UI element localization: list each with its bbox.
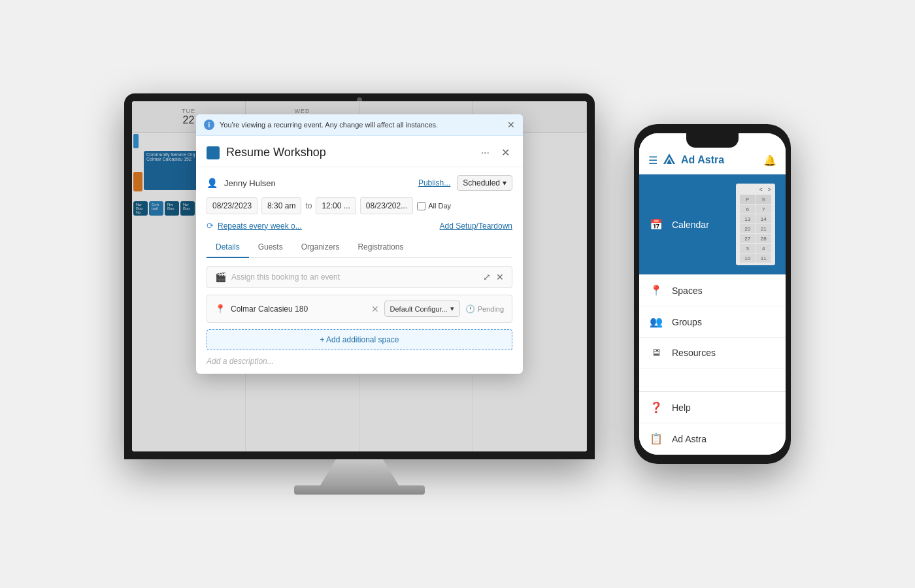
modal-overlay: i You're viewing a recurring event. Any … xyxy=(132,101,587,451)
end-date-input[interactable]: 08/23/202... xyxy=(360,197,413,214)
mini-cal-day-20[interactable]: 20 xyxy=(740,224,756,233)
tab-guests[interactable]: Guests xyxy=(249,237,292,258)
monitor-stand xyxy=(320,459,399,485)
logo-icon xyxy=(663,153,676,165)
mini-cal-day-13[interactable]: 13 xyxy=(740,214,756,223)
person-icon: 👤 xyxy=(207,178,218,188)
mini-cal-day-10[interactable]: 10 xyxy=(740,253,756,263)
pending-badge: 🕐 Pending xyxy=(465,304,504,314)
desktop-monitor: TUE 22 WED 23 xyxy=(124,93,595,495)
all-day-checkbox-row: All Day xyxy=(417,202,451,210)
phone-bottom-nav: ❓ Help 📋 Ad Astra xyxy=(639,391,786,455)
space-row: 📍 Colmar Calcasieu 180 ✕ Default Configu… xyxy=(207,295,512,323)
banner-text: You're viewing a recurring event. Any ch… xyxy=(220,121,438,129)
status-label: Scheduled xyxy=(463,178,500,188)
help-nav-label: Help xyxy=(672,402,691,413)
recurring-event-banner: i You're viewing a recurring event. Any … xyxy=(196,114,523,136)
resources-nav-label: Resources xyxy=(672,348,716,358)
mini-cal-day-7[interactable]: 7 xyxy=(756,204,772,214)
bell-icon[interactable]: 🔔 xyxy=(763,154,776,167)
monitor-base xyxy=(294,485,425,495)
calendar-nav-label: Calendar xyxy=(672,220,709,230)
end-time-input[interactable]: 12:00 ... xyxy=(316,197,356,214)
repeat-text[interactable]: Repeats every week o... xyxy=(218,221,302,231)
tab-details[interactable]: Details xyxy=(207,237,249,258)
config-label: Default Configur... xyxy=(390,305,448,313)
config-arrow: ▾ xyxy=(450,304,454,313)
space-name: Colmar Calcasieu 180 xyxy=(231,304,366,314)
pin-icon: 📍 xyxy=(215,304,225,314)
modal-body: 👤 Jenny Hulsen Publish... Scheduled ▾ xyxy=(196,167,523,374)
all-day-checkbox[interactable] xyxy=(417,202,425,210)
groups-nav-label: Groups xyxy=(672,317,702,327)
mini-cal-day-27[interactable]: 27 xyxy=(740,234,756,243)
add-space-button[interactable]: + Add additional space xyxy=(207,329,512,350)
calendar-background: TUE 22 WED 23 xyxy=(132,101,587,451)
modal-title: Resume Workshop xyxy=(226,146,472,159)
modal-menu-button[interactable]: ··· xyxy=(478,144,492,161)
clock-icon: 🕐 xyxy=(465,304,475,314)
app-name: Ad Astra xyxy=(681,154,724,166)
banner-close-button[interactable]: ✕ xyxy=(507,120,515,130)
modal-tabs: Details Guests Organizers Registrations xyxy=(207,237,512,258)
organizer-name: Jenny Hulsen xyxy=(224,178,412,188)
mini-cal-day-3[interactable]: 3 xyxy=(740,244,756,253)
film-icon: 🎬 xyxy=(215,272,226,282)
nav-item-spaces[interactable]: 📍 Spaces xyxy=(639,275,786,306)
tab-registrations[interactable]: Registrations xyxy=(348,237,412,258)
mini-cal-next[interactable]: > xyxy=(768,186,771,193)
nav-item-adastra[interactable]: 📋 Ad Astra xyxy=(639,423,786,455)
setup-teardown-link[interactable]: Add Setup/Teardown xyxy=(440,221,512,231)
phone-wrapper: ☰ Ad Astra 🔔 📅 xyxy=(634,124,791,464)
info-icon: i xyxy=(204,120,214,130)
start-time-input[interactable]: 8:30 am xyxy=(261,197,301,214)
start-date-input[interactable]: 08/23/2023 xyxy=(207,197,258,214)
mini-cal-day-28[interactable]: 28 xyxy=(756,234,772,243)
spaces-nav-icon: 📍 xyxy=(650,284,663,297)
hamburger-menu-icon[interactable]: ☰ xyxy=(648,154,657,167)
phone-screen: ☰ Ad Astra 🔔 📅 xyxy=(639,133,786,455)
event-assign-placeholder: Assign this booking to an event xyxy=(231,272,478,282)
tab-organizers[interactable]: Organizers xyxy=(292,237,349,258)
resources-nav-icon: 🖥 xyxy=(650,347,663,359)
mini-cal-day-14[interactable]: 14 xyxy=(756,214,772,223)
nav-item-groups[interactable]: 👥 Groups xyxy=(639,306,786,338)
clear-event-icon[interactable]: ✕ xyxy=(496,272,504,282)
all-day-label: All Day xyxy=(428,202,451,210)
mini-cal-day-21[interactable]: 21 xyxy=(756,224,772,233)
mini-cal-header-s: S xyxy=(756,195,772,204)
repeat-icon: ⟳ xyxy=(207,221,214,231)
modal-header: Resume Workshop ··· ✕ xyxy=(196,136,523,167)
help-nav-icon: ❓ xyxy=(650,401,663,414)
status-dropdown[interactable]: Scheduled ▾ xyxy=(457,175,512,191)
mini-cal-day-6[interactable]: 6 xyxy=(740,204,756,214)
phone-notch xyxy=(686,133,739,148)
phone-nav: 📅 Calendar < > F S 6 7 13 xyxy=(639,174,786,391)
description-field[interactable]: Add a description... xyxy=(207,357,512,366)
pending-label: Pending xyxy=(478,305,504,313)
phone-frame: ☰ Ad Astra 🔔 📅 xyxy=(634,124,791,464)
monitor-frame: TUE 22 WED 23 xyxy=(124,93,595,459)
event-assign-box[interactable]: 🎬 Assign this booking to an event ⤢ ✕ xyxy=(207,266,512,288)
nav-item-calendar[interactable]: 📅 Calendar < > F S 6 7 13 xyxy=(639,174,786,275)
mini-cal-day-4[interactable]: 4 xyxy=(756,244,772,253)
publish-link[interactable]: Publish... xyxy=(418,178,450,188)
groups-nav-icon: 👥 xyxy=(650,316,663,328)
config-dropdown[interactable]: Default Configur... ▾ xyxy=(384,301,460,317)
nav-item-resources[interactable]: 🖥 Resources xyxy=(639,338,786,368)
organizer-row: 👤 Jenny Hulsen Publish... Scheduled ▾ xyxy=(207,175,512,191)
monitor-screen: TUE 22 WED 23 xyxy=(132,101,587,451)
status-arrow: ▾ xyxy=(503,178,507,188)
adastra-nav-icon: 📋 xyxy=(650,433,663,445)
spaces-nav-label: Spaces xyxy=(672,286,703,296)
event-color-indicator xyxy=(207,146,220,159)
mini-cal-prev[interactable]: < xyxy=(759,186,762,193)
mini-cal-day-11[interactable]: 11 xyxy=(756,253,772,263)
modal-close-button[interactable]: ✕ xyxy=(499,144,512,161)
clear-space-button[interactable]: ✕ xyxy=(371,304,379,314)
nav-item-help[interactable]: ❓ Help xyxy=(639,392,786,423)
app-logo: Ad Astra xyxy=(663,153,724,167)
external-link-icon[interactable]: ⤢ xyxy=(483,272,491,282)
date-time-row: 08/23/2023 8:30 am to 12:00 ... 08/23/20… xyxy=(207,197,512,214)
event-modal: i You're viewing a recurring event. Any … xyxy=(196,114,523,374)
